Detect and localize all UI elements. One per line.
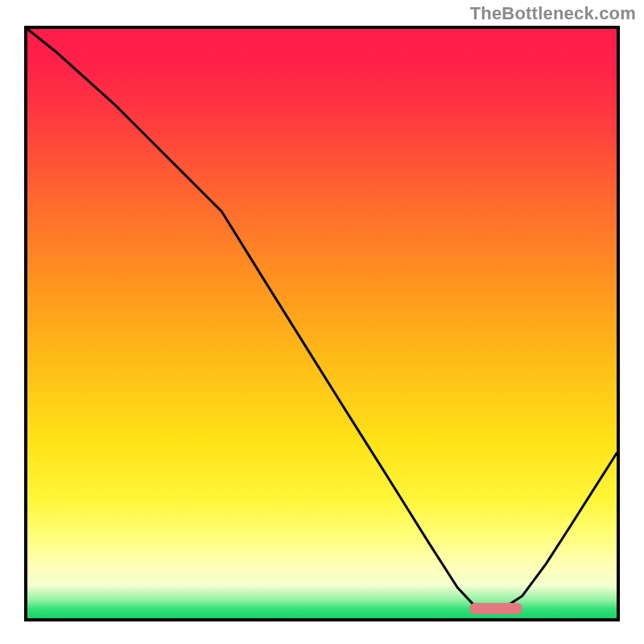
chart-stage: TheBottleneck.com — [0, 0, 644, 644]
bottleneck-curve — [27, 29, 617, 618]
optimal-zone-marker — [469, 603, 522, 614]
watermark-text: TheBottleneck.com — [470, 3, 636, 24]
plot-area — [24, 26, 620, 621]
